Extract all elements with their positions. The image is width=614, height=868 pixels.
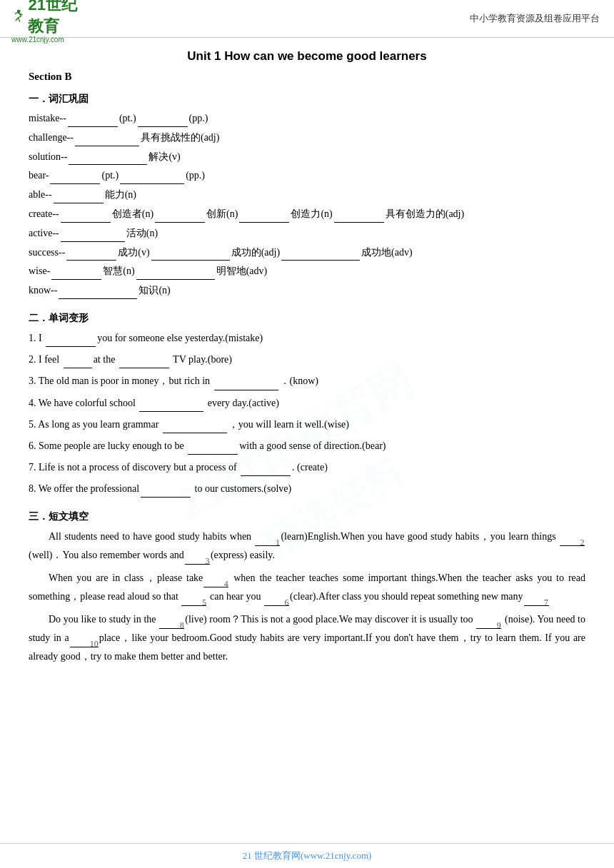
vocab-row-able: able--能力(n): [29, 186, 585, 203]
blank-3-10: 10: [70, 636, 99, 647]
section-two-label: 二．单词变形: [29, 312, 585, 325]
logo-brand-text: 21世纪教育: [28, 0, 83, 37]
blank-2-1: [46, 335, 96, 347]
section-one: 一．词汇巩固 mistake--(pt.)(pp.) challenge--具有…: [29, 93, 585, 299]
section-two: 二．单词变形 1. I you for someone else yesterd…: [29, 312, 585, 498]
blank-mistake-pp: [138, 116, 188, 127]
blank-wise-1: [51, 268, 101, 280]
exercise-2-3: 3. The old man is poor in money，but rich…: [29, 372, 585, 390]
blank-3-3: 3: [185, 553, 210, 565]
vocab-row-active: active--活动(n): [29, 225, 585, 242]
blank-success-2: [151, 249, 230, 261]
passage-para-2: When you are in class，please take4 when …: [29, 569, 585, 606]
page-title: Unit 1 How can we become good learners: [29, 49, 585, 64]
blank-3-8: 8: [159, 617, 184, 629]
blank-success-1: [66, 249, 116, 261]
blank-3-2: 2: [560, 535, 585, 546]
blank-2-7: [241, 465, 291, 476]
blank-2-8: [141, 486, 191, 498]
blank-2-5: [163, 422, 227, 433]
section-one-label: 一．词汇巩固: [29, 93, 585, 106]
exercise-2-7: 7. Life is not a process of discovery bu…: [29, 458, 585, 476]
header-platform-name: 中小学教育资源及组卷应用平台: [470, 12, 600, 25]
blank-create-2: [155, 211, 205, 223]
footer: 21 世纪教育网(www.21cnjy.com): [0, 843, 614, 868]
blank-success-3: [281, 249, 360, 261]
blank-2-2a: [64, 357, 92, 368]
exercise-2-4: 4. We have colorful school every day.(ac…: [29, 394, 585, 412]
section-three-label: 三．短文填空: [29, 510, 585, 523]
blank-2-4: [139, 400, 203, 412]
blank-wise-2: [136, 268, 215, 280]
blank-2-3: [214, 379, 278, 390]
header: 21世纪教育 www.21cnjy.com 中小学教育资源及组卷应用平台: [0, 0, 614, 38]
exercise-2-8: 8. We offer the professional to our cust…: [29, 480, 585, 498]
logo-image: 21世纪教育 www.21cnjy.com: [11, 6, 83, 31]
vocab-row-know: know--知识(n): [29, 282, 585, 299]
logo-url-text: www.21cnjy.com: [11, 36, 64, 44]
blank-3-4: 4: [203, 576, 228, 587]
blank-2-2b: [119, 357, 169, 368]
blank-3-7: 7: [524, 595, 549, 606]
section-b-header: Section B: [29, 71, 585, 83]
vocab-row-solution: solution--解决(v): [29, 148, 585, 166]
page: 21世纪教育 www.21cnjy.com 中小学教育资源及组卷应用平台 21世…: [0, 0, 614, 868]
blank-3-5: 5: [181, 595, 206, 606]
passage-para-1: All students need to have good study hab…: [29, 528, 585, 565]
blank-bear-pp: [120, 173, 184, 184]
vocab-row-mistake: mistake--(pt.)(pp.): [29, 110, 585, 127]
blank-2-6: [188, 443, 238, 455]
blank-know: [59, 288, 137, 299]
vocab-row-success: success--成功(v)成功的(adj)成功地(adv): [29, 244, 585, 261]
exercise-2-6: 6. Some people are lucky enough to be wi…: [29, 437, 585, 455]
blank-challenge: [75, 135, 139, 146]
blank-create-1: [61, 211, 111, 223]
exercise-2-2: 2. I feel at the TV play.(bore): [29, 350, 585, 368]
blank-solution: [69, 153, 147, 165]
vocab-row-create: create--创造者(n)创新(n)创造力(n)具有创造力的(adj): [29, 206, 585, 223]
exercise-2-5: 5. As long as you learn grammar ，you wil…: [29, 415, 585, 433]
blank-active: [61, 231, 125, 242]
vocab-row-wise: wise-智慧(n)明智地(adv): [29, 263, 585, 280]
vocab-row-bear: bear-(pt.)(pp.): [29, 167, 585, 184]
blank-mistake-pt: [68, 116, 118, 127]
blank-create-4: [334, 211, 384, 223]
blank-able: [54, 192, 104, 203]
logo-area: 21世纪教育 www.21cnjy.com: [11, 6, 83, 31]
footer-text: 21 世纪教育网(www.21cnjy.com): [243, 850, 372, 861]
section-three: 三．短文填空 All students need to have good st…: [29, 510, 585, 665]
blank-3-1: 1: [255, 535, 280, 546]
vocab-row-challenge: challenge--具有挑战性的(adj): [29, 129, 585, 146]
blank-3-9: 9: [476, 617, 501, 629]
logo-icon: [11, 6, 26, 26]
main-content: Unit 1 How can we become good learners S…: [0, 38, 614, 715]
blank-create-3: [239, 211, 289, 223]
exercise-2-1: 1. I you for someone else yesterday.(mis…: [29, 329, 585, 347]
passage-para-3: Do you like to study in the 8(live) room…: [29, 610, 585, 666]
blank-3-6: 6: [264, 595, 289, 606]
blank-bear-pt: [50, 173, 100, 184]
